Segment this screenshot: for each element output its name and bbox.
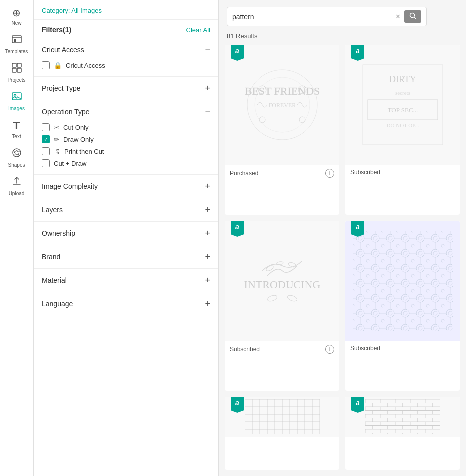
language-header[interactable]: Language + <box>42 292 210 316</box>
search-button[interactable] <box>404 10 422 23</box>
status-label-1: Purchased <box>230 170 258 177</box>
image-card-5[interactable]: a <box>225 397 340 470</box>
filter-section-language: Language + <box>34 292 218 316</box>
sidebar-item-new[interactable]: ⊕ New <box>2 4 32 29</box>
filters-title: Filters(1) <box>42 26 72 34</box>
filters-header: Filters(1) Clear All <box>34 20 218 38</box>
material-header[interactable]: Material + <box>42 269 210 292</box>
svg-text:INTRODUCING: INTRODUCING <box>244 278 320 291</box>
image-card-6[interactable]: a <box>346 397 460 470</box>
svg-rect-0 <box>12 36 22 43</box>
clear-all-button[interactable]: Clear All <box>186 26 210 34</box>
draw-icon: ✏ <box>54 136 60 144</box>
info-button-1[interactable]: i <box>326 169 334 178</box>
ownership-header[interactable]: Ownership + <box>42 222 210 245</box>
shapes-icon <box>12 148 22 161</box>
badge-letter-6: a <box>356 399 360 407</box>
svg-text:DIRTY: DIRTY <box>390 74 416 84</box>
category-value[interactable]: All Images <box>72 7 102 14</box>
info-button-3[interactable]: i <box>326 345 334 354</box>
badge-letter-2: a <box>356 47 360 55</box>
image-card-2[interactable]: a DIRTY secrets TOP SEC... DO NOT OP... … <box>346 45 460 215</box>
project-type-toggle[interactable]: + <box>205 84 210 93</box>
category-prefix: Category: <box>42 7 72 14</box>
sidebar-label-projects: Projects <box>8 78 26 83</box>
sidebar-item-text[interactable]: T Text <box>2 116 32 142</box>
badge-5: a <box>231 397 244 413</box>
svg-point-17 <box>300 117 306 123</box>
svg-text:DO NOT OP...: DO NOT OP... <box>386 122 419 128</box>
cricut-access-toggle[interactable]: − <box>205 46 210 54</box>
project-type-title: Project Type <box>42 84 81 92</box>
svg-point-26 <box>288 262 297 268</box>
sidebar-item-templates[interactable]: Templates <box>2 31 32 58</box>
layers-title: Layers <box>42 206 63 214</box>
operation-type-toggle[interactable]: − <box>205 108 210 116</box>
sidebar-label-shapes: Shapes <box>8 162 26 168</box>
card-footer-4: Subscribed <box>346 341 460 356</box>
badge-letter-1: a <box>236 47 240 55</box>
svg-rect-4 <box>12 68 16 72</box>
results-count: 81 Results <box>219 30 466 45</box>
svg-point-25 <box>276 262 284 266</box>
op-row-print-then-cut: 🖨 Print then Cut <box>42 148 210 156</box>
operation-type-title: Operation Type <box>42 108 90 116</box>
cut-only-checkbox[interactable] <box>42 124 50 132</box>
svg-text:secrets: secrets <box>396 90 410 96</box>
project-type-header[interactable]: Project Type + <box>42 77 210 100</box>
sidebar-label-templates: Templates <box>6 49 28 54</box>
image-card-4[interactable]: a <box>346 221 460 391</box>
card-footer-1: Purchased i <box>225 165 340 182</box>
new-icon: ⊕ <box>12 7 21 19</box>
lock-icon: 🔒 <box>54 62 62 70</box>
sidebar-label-upload: Upload <box>9 191 25 196</box>
ownership-toggle[interactable]: + <box>205 229 210 238</box>
svg-text:BEST FRIENDS: BEST FRIENDS <box>244 85 320 98</box>
badge-letter-5: a <box>236 399 240 407</box>
sidebar-item-projects[interactable]: Projects <box>2 60 32 86</box>
layers-toggle[interactable]: + <box>205 206 210 214</box>
cricut-access-content: 🔒 Cricut Access <box>42 62 210 76</box>
img-area-2: DIRTY secrets TOP SEC... DO NOT OP... <box>346 45 460 165</box>
draw-only-label: Draw Only <box>64 136 94 144</box>
draw-only-checkbox[interactable] <box>42 136 50 144</box>
img-area-1: BEST FRIENDS FOREVER <box>225 45 340 165</box>
badge-letter-4: a <box>356 223 360 231</box>
layers-header[interactable]: Layers + <box>42 198 210 222</box>
svg-rect-5 <box>18 68 22 72</box>
filter-section-cricut-access: Cricut Access − 🔒 Cricut Access <box>34 38 218 76</box>
search-input[interactable] <box>232 13 392 21</box>
badge-letter-3: a <box>236 223 240 231</box>
image-complexity-header[interactable]: Image Complexity + <box>42 175 210 198</box>
svg-rect-1 <box>14 40 16 42</box>
templates-icon <box>12 34 22 48</box>
img-area-3: INTRODUCING <box>225 221 340 341</box>
cricut-access-checkbox[interactable] <box>42 62 50 70</box>
brand-toggle[interactable]: + <box>205 252 210 262</box>
filter-section-brand: Brand + <box>34 245 218 268</box>
category-bar: Category: All Images <box>34 0 218 20</box>
clear-search-button[interactable]: × <box>396 12 400 22</box>
cricut-access-header[interactable]: Cricut Access − <box>42 38 210 62</box>
brand-title: Brand <box>42 253 60 261</box>
operation-type-header[interactable]: Operation Type − <box>42 100 210 124</box>
image-card-3[interactable]: a INTRODUCING Subscribed <box>225 221 340 391</box>
image-card-1[interactable]: a BEST FRIENDS FOREVER Purchased <box>225 45 340 215</box>
status-label-2: Subscribed <box>350 169 380 176</box>
brand-header[interactable]: Brand + <box>42 246 210 268</box>
cut-draw-checkbox[interactable] <box>42 160 50 168</box>
sidebar-item-shapes[interactable]: Shapes <box>2 144 32 171</box>
sidebar-item-upload[interactable]: Upload <box>2 173 32 200</box>
language-toggle[interactable]: + <box>205 300 210 308</box>
filter-section-ownership: Ownership + <box>34 222 218 245</box>
image-complexity-toggle[interactable]: + <box>205 182 210 191</box>
material-toggle[interactable]: + <box>205 276 210 285</box>
sidebar-item-images[interactable]: Images <box>2 88 32 114</box>
svg-rect-3 <box>18 64 22 68</box>
badge-2: a <box>352 45 364 61</box>
print-then-cut-checkbox[interactable] <box>42 148 50 156</box>
status-label-3: Subscribed <box>230 346 260 353</box>
cut-only-label: Cut Only <box>64 124 89 132</box>
badge-4: a <box>352 221 364 237</box>
svg-rect-2 <box>12 64 16 68</box>
